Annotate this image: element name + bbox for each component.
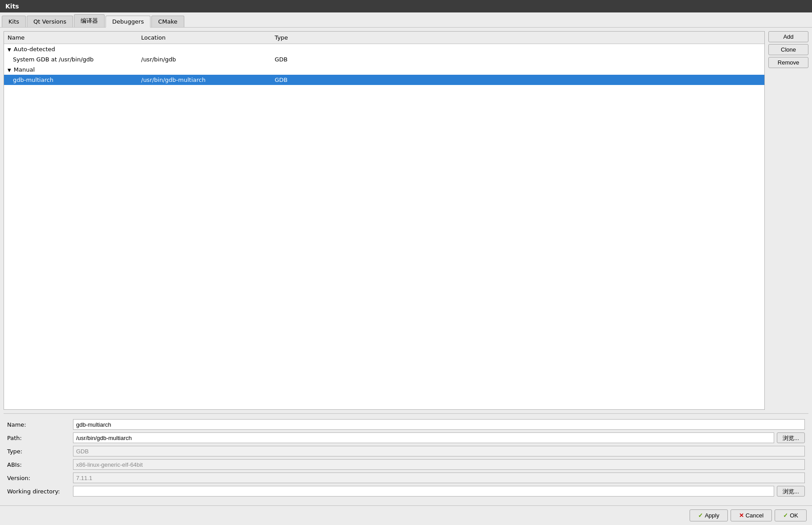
apply-label: Apply — [705, 512, 719, 519]
version-row — [73, 472, 805, 483]
path-label: Path: — [7, 435, 69, 441]
group-manual[interactable]: ▼ Manual — [4, 65, 764, 75]
abis-input — [73, 459, 805, 470]
top-section: Name Location Type ▼ Auto-detected — [4, 31, 808, 410]
col-name: Name — [4, 33, 138, 42]
version-label: Version: — [7, 475, 69, 481]
workdir-label: Working directory: — [7, 488, 69, 495]
abis-row — [73, 459, 805, 470]
table-header: Name Location Type — [4, 32, 764, 44]
dialog: Kits Kits Qt Versions 编译器 Debuggers CMak… — [0, 0, 812, 525]
main-content: Name Location Type ▼ Auto-detected — [0, 28, 812, 505]
ok-check-icon: ✓ — [783, 512, 788, 519]
form-grid: Name: Path: 浏览... Type: ABIs: — [7, 419, 805, 497]
ok-label: OK — [790, 512, 798, 519]
apply-button[interactable]: ✓ Apply — [690, 509, 728, 521]
group-auto-detected-label: ▼ Auto-detected — [4, 45, 138, 53]
cancel-x-icon: ✕ — [739, 512, 744, 519]
name-input[interactable] — [73, 419, 805, 430]
workdir-input[interactable] — [73, 486, 774, 497]
tab-kits[interactable]: Kits — [2, 16, 26, 27]
dialog-title: Kits — [5, 3, 19, 10]
chevron-down-icon: ▼ — [8, 68, 11, 73]
clone-button[interactable]: Clone — [768, 44, 808, 55]
debuggers-table: Name Location Type ▼ Auto-detected — [4, 31, 765, 410]
row-manual-type: GDB — [271, 76, 764, 84]
tab-compiler[interactable]: 编译器 — [74, 14, 105, 27]
name-row — [73, 419, 805, 430]
type-row — [73, 446, 805, 456]
type-input — [73, 446, 805, 456]
side-buttons: Add Clone Remove — [768, 31, 808, 410]
name-label: Name: — [7, 421, 69, 428]
cancel-button[interactable]: ✕ Cancel — [731, 509, 772, 521]
cancel-label: Cancel — [746, 512, 763, 519]
abis-label: ABIs: — [7, 461, 69, 468]
workdir-browse-button[interactable]: 浏览... — [777, 486, 805, 497]
path-input[interactable] — [73, 432, 774, 443]
group-manual-label: ▼ Manual — [4, 65, 138, 74]
workdir-row: 浏览... — [73, 486, 805, 497]
row-manual-name: gdb-multiarch — [4, 76, 138, 84]
remove-button[interactable]: Remove — [768, 57, 808, 68]
table-body: ▼ Auto-detected System GDB at /usr/bin/g… — [4, 44, 764, 409]
version-input — [73, 472, 805, 483]
footer: ✓ Apply ✕ Cancel ✓ OK — [0, 505, 812, 525]
title-bar: Kits — [0, 0, 812, 12]
path-browse-button[interactable]: 浏览... — [777, 432, 805, 443]
col-type: Type — [271, 33, 764, 42]
row-auto-name: System GDB at /usr/bin/gdb — [4, 55, 138, 64]
tab-cmake[interactable]: CMake — [151, 16, 184, 27]
chevron-down-icon: ▼ — [8, 47, 11, 52]
col-location: Location — [138, 33, 271, 42]
tab-debuggers[interactable]: Debuggers — [106, 16, 150, 28]
bottom-section: Name: Path: 浏览... Type: ABIs: — [4, 413, 808, 502]
table-row-selected[interactable]: gdb-multiarch /usr/bin/gdb-multiarch GDB — [4, 75, 764, 85]
row-auto-location: /usr/bin/gdb — [138, 55, 271, 64]
apply-check-icon: ✓ — [698, 512, 703, 519]
path-row: 浏览... — [73, 432, 805, 443]
group-auto-detected[interactable]: ▼ Auto-detected — [4, 44, 764, 54]
tab-qt-versions[interactable]: Qt Versions — [27, 16, 73, 27]
ok-button[interactable]: ✓ OK — [775, 509, 807, 521]
row-auto-type: GDB — [271, 55, 764, 64]
row-manual-location: /usr/bin/gdb-multiarch — [138, 76, 271, 84]
add-button[interactable]: Add — [768, 31, 808, 42]
tabs-bar: Kits Qt Versions 编译器 Debuggers CMake — [0, 12, 812, 28]
table-row[interactable]: System GDB at /usr/bin/gdb /usr/bin/gdb … — [4, 54, 764, 65]
type-label: Type: — [7, 448, 69, 455]
